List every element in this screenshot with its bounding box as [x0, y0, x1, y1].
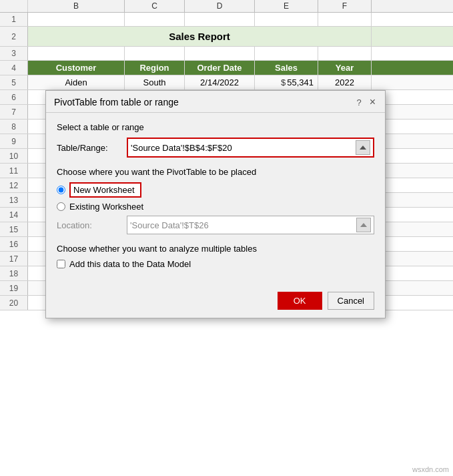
existing-worksheet-label[interactable]: Existing Worksheet: [69, 202, 143, 212]
row-4: 4 Customer Region Order Date Sales Year: [0, 61, 453, 75]
cell-5d: 2/14/2022: [185, 75, 255, 89]
new-worksheet-radio[interactable]: [57, 186, 65, 194]
corner-cell: [0, 0, 28, 12]
row-num-13: 13: [0, 193, 28, 207]
row-num-18: 18: [0, 266, 28, 280]
column-headers-row: B C D E F: [0, 0, 453, 13]
data-model-checkbox[interactable]: [57, 260, 65, 268]
row-num-10: 10: [0, 149, 28, 163]
cell-3e: [255, 47, 318, 60]
row-2: 2 Sales Report: [0, 27, 453, 47]
dialog-titlebar-actions: ? ×: [356, 96, 377, 108]
location-label: Location:: [57, 220, 127, 230]
row-num-17: 17: [0, 252, 28, 266]
cell-3c: [125, 47, 185, 60]
row-5: 5 Aiden South 2/14/2022 $55,341 2022: [0, 75, 453, 90]
row-num-2: 2: [0, 27, 28, 46]
cell-3f: [318, 47, 372, 60]
header-region: Region: [125, 61, 185, 75]
location-input[interactable]: [130, 220, 356, 230]
col-header-f: F: [318, 0, 372, 12]
row-num-3: 3: [0, 47, 28, 60]
table-range-input-wrap: [127, 138, 374, 158]
cell-5e: $55,341: [255, 75, 318, 89]
help-icon[interactable]: ?: [356, 97, 361, 107]
cell-3d: [185, 47, 255, 60]
cell-1e: [255, 13, 318, 26]
data-model-option[interactable]: Add this data to the Data Model: [57, 259, 374, 269]
row-num-8: 8: [0, 120, 28, 134]
row-num-4: 4: [0, 61, 28, 75]
row-num-6: 6: [0, 90, 28, 104]
row-num-7: 7: [0, 105, 28, 119]
row-num-19: 19: [0, 281, 28, 295]
data-model-label[interactable]: Add this data to the Data Model: [69, 259, 191, 269]
cell-1f: [318, 13, 372, 26]
collapse-range-button[interactable]: [356, 140, 370, 155]
location-input-wrap: [127, 216, 374, 234]
row-num-9: 9: [0, 134, 28, 148]
ok-button[interactable]: OK: [278, 292, 322, 310]
header-sales: Sales: [255, 61, 318, 75]
svg-marker-1: [360, 223, 367, 227]
row-num-16: 16: [0, 237, 28, 251]
col-header-d: D: [185, 0, 255, 12]
row-num-12: 12: [0, 178, 28, 192]
title-cell: Sales Report: [28, 27, 372, 46]
new-worksheet-label[interactable]: New Worksheet: [73, 185, 135, 195]
analyze-label: Choose whether you want to analyze multi…: [57, 244, 374, 254]
dialog-title: PivotTable from table or range: [54, 97, 179, 107]
col-header-b: B: [28, 0, 125, 12]
table-range-row: Table/Range:: [57, 138, 374, 158]
row-num-20: 20: [0, 296, 28, 310]
existing-worksheet-option[interactable]: Existing Worksheet: [57, 202, 374, 212]
row-1: 1: [0, 13, 453, 27]
table-range-input[interactable]: [131, 143, 356, 153]
row-num-14: 14: [0, 208, 28, 222]
header-customer: Customer: [28, 61, 125, 75]
cell-5c: South: [125, 75, 185, 89]
cell-1d: [185, 13, 255, 26]
row-3: 3: [0, 47, 453, 61]
row-num-15: 15: [0, 222, 28, 236]
pivot-dialog: PivotTable from table or range ? × Selec…: [45, 90, 386, 318]
dialog-titlebar: PivotTable from table or range ? ×: [46, 91, 385, 113]
section1-label: Select a table or range: [57, 122, 374, 132]
dialog-body: Select a table or range Table/Range: Cho…: [46, 113, 385, 288]
collapse-location-button[interactable]: [356, 218, 371, 232]
cell-3b: [28, 47, 125, 60]
cancel-button[interactable]: Cancel: [328, 292, 374, 310]
col-header-c: C: [125, 0, 185, 12]
new-worksheet-highlight: New Worksheet: [69, 182, 141, 198]
cell-5b: Aiden: [28, 75, 125, 89]
row-num-1: 1: [0, 13, 28, 26]
row-num-11: 11: [0, 164, 28, 178]
header-order-date: Order Date: [185, 61, 255, 75]
header-year: Year: [318, 61, 372, 75]
location-row: Location:: [57, 216, 374, 234]
cell-1b: [28, 13, 125, 26]
dialog-close-button[interactable]: ×: [368, 96, 377, 108]
cell-5f: 2022: [318, 75, 372, 89]
new-worksheet-option[interactable]: New Worksheet: [57, 182, 374, 198]
row-num-5: 5: [0, 75, 28, 89]
cell-1c: [125, 13, 185, 26]
table-range-label: Table/Range:: [57, 143, 127, 153]
dialog-footer: OK Cancel: [46, 288, 385, 318]
placement-label: Choose where you want the PivotTable to …: [57, 167, 374, 177]
watermark: wsxdn.com: [412, 465, 449, 473]
svg-marker-0: [360, 146, 366, 150]
col-header-e: E: [255, 0, 318, 12]
existing-worksheet-radio[interactable]: [57, 202, 65, 211]
